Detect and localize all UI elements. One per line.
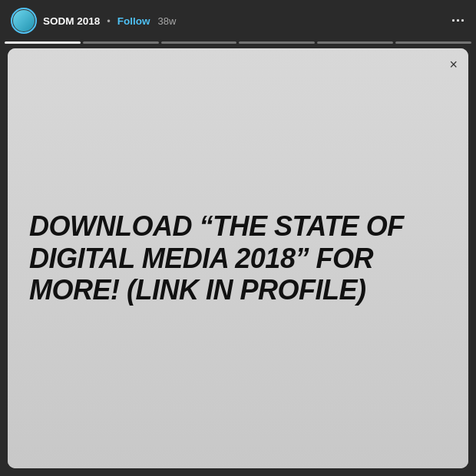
time-ago: 38w <box>158 15 177 27</box>
username: SODM 2018 <box>43 15 100 27</box>
progress-segment-6 <box>395 41 471 44</box>
post-header: SODM 2018 • Follow 38w ··· <box>0 0 476 41</box>
avatar[interactable] <box>11 8 37 34</box>
progress-bar <box>0 41 476 48</box>
close-button[interactable]: × <box>449 58 458 71</box>
more-options-button[interactable]: ··· <box>451 14 465 28</box>
progress-segment-3 <box>161 41 237 44</box>
story-text: DOWNLOAD “THE STATE OF DIGITAL MEDIA 201… <box>8 187 468 329</box>
progress-segment-4 <box>239 41 315 44</box>
progress-segment-2 <box>83 41 159 44</box>
story-card: DOWNLOAD “THE STATE OF DIGITAL MEDIA 201… <box>8 48 468 469</box>
progress-segment-1 <box>5 41 81 44</box>
progress-segment-5 <box>317 41 393 44</box>
dot-separator: • <box>107 15 111 27</box>
follow-button[interactable]: Follow <box>117 15 150 27</box>
